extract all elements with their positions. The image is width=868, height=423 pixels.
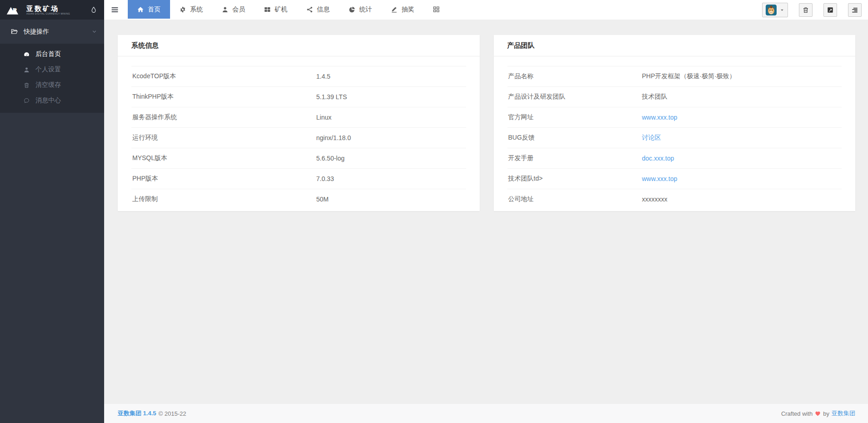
footer-company-link[interactable]: 亚数集团 <box>832 409 855 418</box>
system-info-card: 系统信息 KcodeTOP版本 1.4.5 <box>118 35 480 211</box>
footer-crafted-text: Crafted with <box>781 410 813 417</box>
sidebar-group-label: 快捷操作 <box>24 28 49 36</box>
nav-tab[interactable]: 系统 <box>170 0 212 19</box>
row-label: 技术团队td> <box>507 169 641 189</box>
nav-tab[interactable]: 统计 <box>339 0 381 19</box>
row-label: ThinkPHP版本 <box>131 87 316 107</box>
nav-tab-label: 首页 <box>148 5 161 14</box>
row-value[interactable]: 讨论区 <box>642 134 661 141</box>
table-row: 产品名称 PHP开发框架（极速·极简·极致） <box>507 66 842 87</box>
table-row: PHP版本 7.0.33 <box>131 169 466 189</box>
nav-tab-label: 会员 <box>232 5 245 14</box>
table-row: 上传限制 50M <box>131 189 466 210</box>
menu-icon[interactable] <box>104 0 125 20</box>
brand: 亚数矿场 ASIAN DIGITAL CURRENCY MINING <box>26 5 70 15</box>
row-value: 5.1.39 LTS <box>316 93 347 101</box>
nav-tab[interactable]: 矿机 <box>255 0 297 19</box>
table-row: ThinkPHP版本 5.1.39 LTS <box>131 87 466 107</box>
row-label: PHP版本 <box>131 169 316 189</box>
footer-left: 亚数集团 1.4.5 © 2015-22 <box>118 409 186 418</box>
caret-down-icon <box>780 8 784 12</box>
mountain-logo-icon: B <box>6 5 23 15</box>
nav-tabs: 首页 系统 会员 矿机 <box>128 0 424 19</box>
heart-icon <box>815 411 821 416</box>
sidebar-submenu: 后台首页 个人设置 清空缓存 消息中心 <box>0 44 104 113</box>
row-value[interactable]: www.xxx.top <box>642 114 677 121</box>
edit-square-icon <box>827 7 833 13</box>
svg-text:B: B <box>11 6 17 15</box>
footer-brand-link[interactable]: 亚数集团 1.4.5 <box>118 409 156 418</box>
row-value[interactable]: www.xxx.top <box>642 175 677 182</box>
table-row: 公司地址 xxxxxxxx <box>507 189 842 210</box>
table-row: 产品设计及研发团队 技术团队 <box>507 87 842 107</box>
table-row: MYSQL版本 5.6.50-log <box>131 148 466 169</box>
table-row: KcodeTOP版本 1.4.5 <box>131 66 466 87</box>
system-info-body: KcodeTOP版本 1.4.5 ThinkPHP版本 5.1.39 LTS <box>118 56 480 211</box>
nav-tab-label: 统计 <box>359 5 372 14</box>
home-icon <box>137 6 144 13</box>
logo-bar: B 亚数矿场 ASIAN DIGITAL CURRENCY MINING <box>0 0 104 20</box>
horse-avatar <box>766 5 777 15</box>
comment-icon <box>24 98 30 104</box>
nav-tab[interactable]: 首页 <box>128 0 170 19</box>
sidebar-item-label: 清空缓存 <box>35 81 61 89</box>
row-label: MYSQL版本 <box>131 148 316 169</box>
main-area: 首页 系统 会员 矿机 <box>104 0 868 423</box>
navbar-right <box>762 0 868 20</box>
sidebar-item-label: 后台首页 <box>35 50 61 58</box>
row-label: 官方网址 <box>507 107 641 128</box>
nav-tab[interactable]: 信息 <box>297 0 339 19</box>
user-icon <box>24 67 30 73</box>
row-label: 产品名称 <box>507 66 641 87</box>
pen-icon <box>391 6 397 13</box>
nav-tab-label: 系统 <box>190 5 203 14</box>
edit-button[interactable] <box>823 3 837 17</box>
footer-copyright: © 2015-22 <box>159 410 186 417</box>
row-value: PHP开发框架（极速·极简·极致） <box>642 72 736 80</box>
sidebar: B 亚数矿场 ASIAN DIGITAL CURRENCY MINING 快捷操… <box>0 0 104 423</box>
system-info-table: KcodeTOP版本 1.4.5 ThinkPHP版本 5.1.39 LTS <box>131 66 466 210</box>
row-value[interactable]: doc.xxx.top <box>642 155 674 162</box>
nav-tab[interactable]: 会员 <box>212 0 255 19</box>
apps-grid-icon[interactable] <box>424 0 449 19</box>
chevron-down-icon <box>92 29 97 34</box>
droplet-icon[interactable] <box>90 6 97 14</box>
clear-cache-button[interactable] <box>799 3 813 17</box>
row-label: KcodeTOP版本 <box>131 66 316 87</box>
nav-tab-label: 抽奖 <box>401 5 414 14</box>
table-row: 技术团队td> www.xxx.top <box>507 169 842 189</box>
row-label: 产品设计及研发团队 <box>507 87 641 107</box>
top-navbar: 首页 系统 会员 矿机 <box>104 0 868 20</box>
row-value: 技术团队 <box>642 93 667 100</box>
row-value: xxxxxxxx <box>642 196 667 203</box>
row-value: Linux <box>316 114 331 121</box>
sidebar-item[interactable]: 消息中心 <box>0 93 104 108</box>
product-team-table: 产品名称 PHP开发框架（极速·极简·极致） 产品设计及研发团队 技术团队 <box>507 66 842 210</box>
sidebar-item[interactable]: 清空缓存 <box>0 77 104 93</box>
trash-icon <box>24 82 30 88</box>
sidebar-group-quick-actions[interactable]: 快捷操作 <box>0 20 104 44</box>
app-window: B 亚数矿场 ASIAN DIGITAL CURRENCY MINING 快捷操… <box>0 0 868 423</box>
sidebar-item[interactable]: 个人设置 <box>0 62 104 77</box>
row-label: 上传限制 <box>131 189 316 210</box>
sidebar-item[interactable]: 后台首页 <box>0 46 104 62</box>
product-team-body: 产品名称 PHP开发框架（极速·极简·极致） 产品设计及研发团队 技术团队 <box>494 56 856 211</box>
grid-icon <box>264 6 271 13</box>
row-label: 开发手册 <box>507 148 641 169</box>
row-value: 7.0.33 <box>316 175 334 182</box>
row-label: 服务器操作系统 <box>131 107 316 128</box>
row-label: BUG反馈 <box>507 128 641 148</box>
user-icon <box>222 6 228 13</box>
table-row: 官方网址 www.xxx.top <box>507 107 842 128</box>
user-avatar-dropdown[interactable] <box>762 3 788 17</box>
footer: 亚数集团 1.4.5 © 2015-22 Crafted with by 亚数集… <box>104 404 868 423</box>
nodes-icon <box>306 6 313 13</box>
gear-icon <box>180 6 186 13</box>
brand-title: 亚数矿场 <box>26 5 70 12</box>
log-button[interactable] <box>848 3 862 17</box>
list-bars-icon <box>852 7 858 13</box>
trash-icon <box>803 7 809 13</box>
nav-tab[interactable]: 抽奖 <box>381 0 424 19</box>
nav-tab-label: 矿机 <box>275 5 287 14</box>
folder-open-icon <box>11 28 18 35</box>
